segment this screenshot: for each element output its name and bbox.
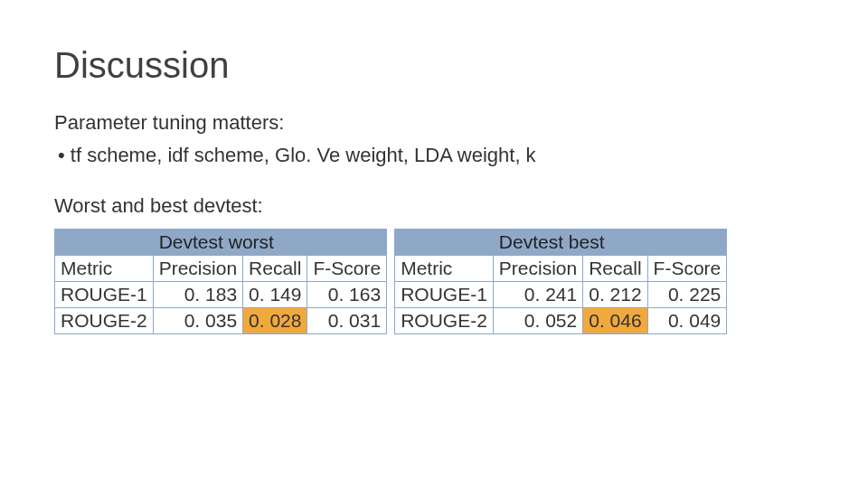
table-row: ROUGE-1 0. 241 0. 212 0. 225 — [395, 282, 727, 308]
table-header-row: Metric Precision Recall F-Score — [55, 256, 387, 282]
table-title: Devtest best — [493, 230, 726, 256]
col-precision: Precision — [493, 256, 582, 282]
slide: Discussion Parameter tuning matters: • t… — [0, 0, 868, 371]
table-header-row: Metric Precision Recall F-Score — [395, 256, 727, 282]
blank-cell — [395, 230, 494, 256]
cell-fscore: 0. 031 — [307, 308, 387, 334]
cell-precision: 0. 035 — [153, 308, 242, 334]
table-row: ROUGE-1 0. 183 0. 149 0. 163 — [55, 282, 387, 308]
table-title-row: Devtest best — [395, 230, 727, 256]
cell-precision: 0. 183 — [153, 282, 242, 308]
col-recall: Recall — [583, 256, 647, 282]
cell-recall: 0. 149 — [243, 282, 307, 308]
cell-recall: 0. 212 — [583, 282, 647, 308]
cell-recall-highlight: 0. 046 — [583, 308, 647, 334]
cell-fscore: 0. 049 — [647, 308, 727, 334]
cell-metric: ROUGE-2 — [395, 308, 494, 334]
blank-cell — [55, 230, 154, 256]
table-title-row: Devtest worst — [55, 230, 387, 256]
table-title: Devtest worst — [153, 230, 386, 256]
table-row: ROUGE-2 0. 052 0. 046 0. 049 — [395, 308, 727, 334]
cell-metric: ROUGE-1 — [395, 282, 494, 308]
cell-metric: ROUGE-1 — [55, 282, 154, 308]
page-title: Discussion — [54, 45, 814, 86]
col-precision: Precision — [153, 256, 242, 282]
cell-fscore: 0. 163 — [307, 282, 387, 308]
table-devtest-best: Devtest best Metric Precision Recall F-S… — [394, 229, 727, 334]
col-fscore: F-Score — [647, 256, 727, 282]
tables-row: Devtest worst Metric Precision Recall F-… — [54, 229, 814, 334]
col-fscore: F-Score — [307, 256, 387, 282]
col-metric: Metric — [395, 256, 494, 282]
cell-metric: ROUGE-2 — [55, 308, 154, 334]
col-recall: Recall — [243, 256, 307, 282]
cell-fscore: 0. 225 — [647, 282, 727, 308]
cell-recall-highlight: 0. 028 — [243, 308, 307, 334]
col-metric: Metric — [55, 256, 154, 282]
bullet-params: • tf scheme, idf scheme, Glo. Ve weight,… — [58, 144, 814, 167]
table-row: ROUGE-2 0. 035 0. 028 0. 031 — [55, 308, 387, 334]
paragraph-tuning: Parameter tuning matters: — [54, 111, 814, 135]
cell-precision: 0. 241 — [493, 282, 582, 308]
table-devtest-worst: Devtest worst Metric Precision Recall F-… — [54, 229, 387, 334]
cell-precision: 0. 052 — [493, 308, 582, 334]
paragraph-worst-best: Worst and best devtest: — [54, 194, 814, 218]
